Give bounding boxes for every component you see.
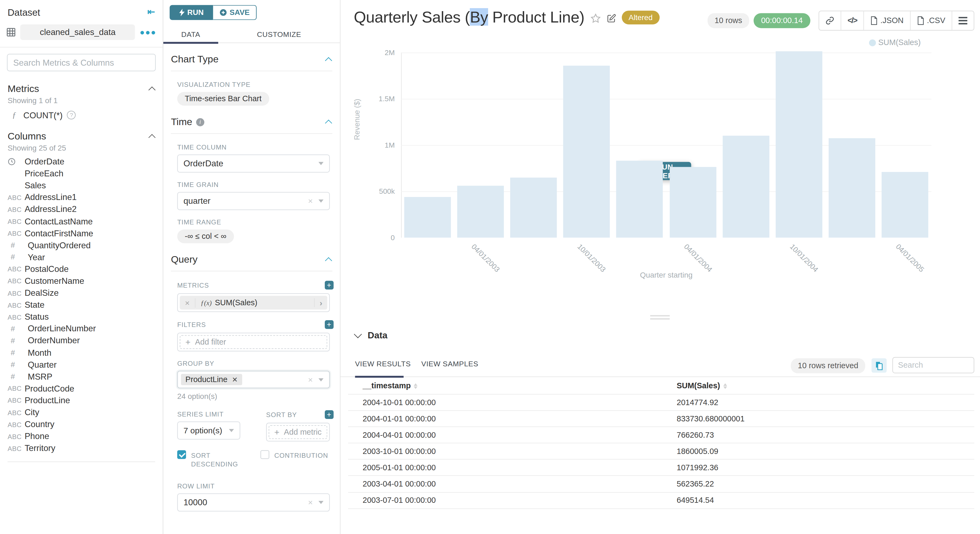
column-list-item[interactable]: #MSRP — [0, 371, 163, 383]
column-list-item[interactable]: ABCAddressLine1 — [0, 192, 163, 203]
export-json-button[interactable]: .JSON — [864, 11, 910, 30]
panel-resize-handle[interactable] — [650, 315, 670, 321]
column-header-sum-sales[interactable]: SUM(Sales) — [677, 381, 974, 390]
clear-icon[interactable]: × — [308, 375, 313, 385]
column-list-item[interactable]: ABCCountry — [0, 418, 163, 430]
clear-icon[interactable]: × — [308, 498, 313, 507]
column-list-item[interactable]: Sales — [0, 180, 163, 192]
column-list-item[interactable]: ABCProductCode — [0, 383, 163, 394]
table-row[interactable]: 2003-07-01 00:00:00649514.54 — [348, 492, 974, 508]
column-list-item[interactable]: #OrderNumber — [0, 335, 163, 347]
column-list-item[interactable]: PriceEach — [0, 168, 163, 180]
metric-list-item[interactable]: ƒ COUNT(*) ? — [0, 105, 163, 121]
chevron-right-icon[interactable]: › — [315, 298, 327, 307]
add-sort-metric-dropzone[interactable]: + Add metric — [269, 425, 327, 439]
table-row[interactable]: 2003-10-01 00:00:001860005.09 — [348, 443, 974, 459]
run-button[interactable]: RUN — [170, 5, 213, 20]
column-list-item[interactable]: ABCProductLine — [0, 394, 163, 407]
column-list-item[interactable]: ABCPostalCode — [0, 263, 163, 275]
save-button[interactable]: SAVE — [213, 5, 257, 20]
time-range-pill[interactable]: -∞ ≤ col < ∞ — [177, 230, 234, 243]
bar-2003-04-01[interactable] — [457, 186, 504, 238]
bar-2003-07-01[interactable] — [510, 178, 557, 238]
table-row[interactable]: 2004-10-01 00:00:002014774.92 — [348, 394, 974, 410]
column-list-item[interactable]: #Year — [0, 251, 163, 263]
add-sort-metric-button[interactable]: + — [325, 410, 334, 419]
column-list-item[interactable]: ABCCustomerName — [0, 275, 163, 287]
add-filter-button[interactable]: + — [325, 320, 334, 329]
query-collapse-icon[interactable] — [325, 257, 332, 264]
tab-data[interactable]: DATA — [163, 25, 218, 42]
embed-code-button[interactable]: </> — [841, 11, 864, 30]
bar-2003-10-01[interactable] — [563, 65, 610, 237]
group-by-value-pill[interactable]: ProductLine✕ — [181, 374, 242, 385]
edit-title-icon[interactable] — [607, 14, 616, 23]
copy-data-button[interactable] — [872, 358, 887, 373]
collapse-panel-icon[interactable]: ⇤ — [147, 6, 155, 17]
column-list-item[interactable]: ABCState — [0, 299, 163, 311]
sort-icon[interactable] — [414, 383, 418, 389]
column-list-item[interactable]: #QuantityOrdered — [0, 239, 163, 251]
contribution-label: CONTRIBUTION — [274, 450, 328, 469]
time-grain-select[interactable]: quarter × — [177, 192, 330, 210]
dataset-options-icon[interactable]: ●●● — [140, 28, 157, 37]
sort-icon[interactable] — [723, 383, 727, 389]
tab-customize[interactable]: CUSTOMIZE — [218, 25, 340, 42]
altered-badge[interactable]: Altered — [622, 10, 660, 24]
share-link-button[interactable] — [819, 11, 841, 30]
tab-view-results[interactable]: VIEW RESULTS — [355, 360, 411, 368]
menu-button[interactable] — [952, 11, 974, 30]
bar-2005-04-01[interactable] — [881, 172, 928, 237]
bar-2004-01-01[interactable] — [616, 161, 663, 237]
remove-group-by-icon[interactable]: ✕ — [232, 375, 238, 384]
column-list-item[interactable]: ABCContactFirstName — [0, 227, 163, 239]
add-metric-button[interactable]: + — [325, 281, 334, 289]
column-list-item[interactable]: ABCDealSize — [0, 287, 163, 299]
export-csv-button[interactable]: .CSV — [910, 11, 952, 30]
bar-2004-07-01[interactable] — [722, 136, 769, 238]
group-by-select[interactable]: ProductLine✕ × — [177, 371, 330, 389]
sort-descending-checkbox[interactable] — [177, 450, 186, 459]
table-row[interactable]: 2004-01-01 00:00:00833730.680000001 — [348, 410, 974, 426]
time-collapse-icon[interactable] — [325, 120, 332, 127]
remove-metric-icon[interactable]: × — [180, 298, 195, 307]
column-list-item[interactable]: ABCPhone — [0, 430, 163, 442]
favorite-star-icon[interactable] — [590, 13, 601, 23]
bar-2004-10-01[interactable] — [775, 51, 822, 238]
help-icon[interactable]: ? — [67, 111, 76, 119]
column-list-item[interactable]: ABCStatus — [0, 311, 163, 323]
viz-type-pill[interactable]: Time-series Bar Chart — [177, 92, 269, 106]
column-list-item[interactable]: OrderDate — [0, 156, 163, 168]
add-filter-dropzone[interactable]: + Add filter — [180, 335, 327, 349]
row-limit-select[interactable]: 10000 × — [177, 494, 330, 512]
data-search-input[interactable] — [892, 357, 974, 373]
sidebar-search-input[interactable] — [7, 54, 156, 72]
column-header-timestamp[interactable]: __timestamp — [348, 381, 677, 390]
column-list-item[interactable]: ABCCity — [0, 407, 163, 418]
column-list-item[interactable]: #Quarter — [0, 359, 163, 371]
tab-view-samples[interactable]: VIEW SAMPLES — [422, 360, 478, 368]
bar-2005-01-01[interactable] — [829, 138, 875, 238]
metric-pill[interactable]: × ƒ(x) SUM(Sales) › — [180, 296, 327, 310]
time-column-select[interactable]: OrderDate — [177, 154, 330, 173]
chart-title[interactable]: Quarterly Sales (By Product Line) — [354, 8, 584, 26]
table-row[interactable]: 2004-04-01 00:00:00766260.73 — [348, 426, 974, 443]
table-row[interactable]: 2005-01-01 00:00:001071992.36 — [348, 459, 974, 475]
dataset-name-button[interactable]: cleaned_sales_data — [20, 24, 135, 40]
table-row[interactable]: 2003-04-01 00:00:00562365.22 — [348, 476, 974, 492]
bar-2004-04-01[interactable] — [669, 167, 716, 237]
clear-icon[interactable]: × — [308, 197, 313, 206]
chart-type-collapse-icon[interactable] — [325, 57, 332, 64]
contribution-checkbox[interactable] — [261, 450, 269, 459]
series-limit-select[interactable]: 7 option(s) — [177, 421, 240, 440]
column-list-item[interactable]: ABCTerritory — [0, 442, 163, 454]
column-list-item[interactable]: ABCContactLastName — [0, 215, 163, 227]
chart-legend[interactable]: SUM(Sales) — [869, 38, 921, 47]
bar-2003-01-01[interactable] — [404, 197, 451, 238]
column-list-item[interactable]: #Month — [0, 347, 163, 359]
column-list-item[interactable]: #OrderLineNumber — [0, 323, 163, 335]
metrics-collapse-icon[interactable] — [148, 86, 156, 93]
columns-collapse-icon[interactable] — [148, 134, 156, 141]
column-list-item[interactable]: ABCAddressLine2 — [0, 203, 163, 215]
data-collapse-icon[interactable] — [354, 330, 362, 338]
